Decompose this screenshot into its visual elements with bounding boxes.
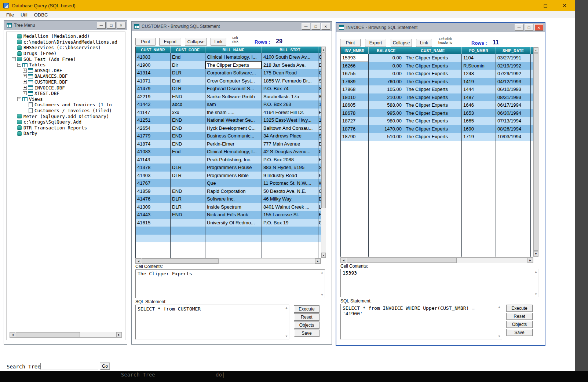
cell-inv-nmbr[interactable]: 16266: [341, 62, 369, 70]
column-header-bill-name[interactable]: BILL_NAME: [205, 47, 262, 53]
cell-cust-code[interactable]: DLR: [171, 172, 205, 180]
objects-button[interactable]: Objects: [294, 322, 319, 329]
go-button[interactable]: Go: [100, 363, 110, 370]
cell-bill-name[interactable]: [205, 227, 262, 235]
cell-ship-date[interactable]: 04/12/1993: [496, 78, 531, 86]
cell-clipped[interactable]: 1: [318, 100, 321, 109]
cell-clipped[interactable]: S: [318, 77, 321, 85]
table-row[interactable]: [136, 227, 321, 235]
maximize-icon[interactable]: [541, 3, 550, 9]
cell-ship-date[interactable]: 06/17/1994: [496, 101, 531, 109]
cell-cust-nmbr[interactable]: 41083: [136, 148, 171, 156]
cell-cust-name[interactable]: The Clipper Experts: [404, 109, 462, 117]
cell-cust-nmbr[interactable]: 41071: [136, 77, 171, 85]
cell-bill-strt[interactable]: 42 S Douglas Avenu...: [262, 148, 318, 156]
tree-item[interactable]: XTEST.DBF: [7, 91, 124, 96]
tree-expander-icon[interactable]: [12, 131, 16, 135]
cell-inv-nmbr[interactable]: 17868: [341, 85, 369, 93]
menu-odbc[interactable]: ODBC: [31, 11, 51, 18]
tree-expander-icon[interactable]: [12, 126, 16, 130]
cell-cust-name[interactable]: The Clipper Experts: [404, 54, 462, 62]
cell-ship-date[interactable]: 06/10/1993: [496, 85, 531, 93]
cell-clipped[interactable]: H: [318, 109, 321, 117]
cell-clipped[interactable]: [531, 101, 533, 109]
cell-bill-name[interactable]: Que: [205, 179, 262, 187]
table-row[interactable]: 18605 588.00 The Clipper Experts 1646 06…: [341, 101, 533, 109]
cell-clipped[interactable]: S: [318, 132, 321, 140]
cell-balance[interactable]: 0.00: [369, 70, 404, 78]
scroll-right-icon[interactable]: [315, 258, 321, 264]
tree-expander-icon[interactable]: [23, 69, 27, 73]
cell-bill-strt[interactable]: [262, 235, 318, 243]
table-row[interactable]: 41314 DLR Corporation Software... 175 De…: [136, 69, 321, 77]
cell-cust-nmbr[interactable]: 41309: [136, 203, 171, 211]
cell-po-nmbr[interactable]: R.Stromin: [462, 62, 496, 70]
maximize-button[interactable]: [311, 23, 320, 30]
cell-cust-nmbr[interactable]: 41314: [136, 69, 171, 77]
tree-expander-icon[interactable]: [23, 86, 27, 90]
scroll-down-icon[interactable]: [498, 335, 501, 338]
column-header-ship-date[interactable]: SHIP_DATE: [496, 47, 531, 54]
cell-balance[interactable]: 0.00: [369, 54, 404, 62]
column-header-cust-name[interactable]: CUST_NAME: [404, 47, 462, 54]
table-row[interactable]: 41143 Peak Publishing, Inc. P.O. Box 208…: [136, 156, 321, 164]
customer-horizontal-scrollbar[interactable]: [135, 258, 321, 264]
cell-bill-strt[interactable]: 1855 W. Fernardo Dr...: [262, 77, 318, 85]
cell-inv-nmbr[interactable]: 16755: [341, 70, 369, 78]
cell-po-nmbr[interactable]: 1690: [462, 125, 496, 133]
cell-clipped[interactable]: [531, 70, 533, 78]
cell-cust-nmbr[interactable]: 41251: [136, 116, 171, 124]
cell-cust-name[interactable]: The Clipper Experts: [404, 70, 462, 78]
table-row[interactable]: 41779 END Business Communic... 34 Andrew…: [136, 132, 321, 140]
tree-expander-icon[interactable]: [12, 40, 16, 44]
sql-statement-box[interactable]: SELECT * from INVOICE WHERE Upper(CUST_N…: [340, 304, 502, 339]
cell-inv-nmbr[interactable]: 17689: [341, 78, 369, 86]
cell-bill-strt[interactable]: 175 Dean Road: [262, 69, 318, 77]
cell-cust-code[interactable]: DLR: [171, 164, 205, 172]
cell-balance[interactable]: 760.00: [369, 78, 404, 86]
table-row[interactable]: 41071 End Crow Computer Syst... 1855 W. …: [136, 77, 321, 85]
cell-bill-name[interactable]: Corporation Software...: [205, 69, 262, 77]
tree-expander-icon[interactable]: [12, 114, 16, 118]
cell-ship-date[interactable]: 02/19/1992: [496, 62, 531, 70]
scroll-up-icon[interactable]: [534, 48, 538, 53]
tree-item[interactable]: Views: [7, 96, 124, 102]
cell-cust-code[interactable]: END: [171, 93, 205, 101]
table-row[interactable]: 18727 980.00 The Clipper Experts 1665 07…: [341, 117, 533, 125]
cell-clipped[interactable]: H: [318, 156, 321, 164]
scroll-down-icon[interactable]: [285, 335, 288, 338]
cell-balance[interactable]: 105.00: [369, 85, 404, 93]
cell-cust-nmbr[interactable]: 41615: [136, 219, 171, 227]
cell-cust-nmbr[interactable]: 41476: [136, 195, 171, 203]
cell-bill-strt[interactable]: 34 Andrews Place: [262, 132, 318, 140]
table-row[interactable]: 41309 DLR Inside Spectrum 8401 Walnut Cr…: [136, 203, 321, 211]
cell-cust-nmbr[interactable]: 41143: [136, 156, 171, 164]
cell-cust-nmbr[interactable]: 41874: [136, 140, 171, 148]
cell-cust-nmbr[interactable]: 41779: [136, 132, 171, 140]
cell-balance[interactable]: 210.00: [369, 93, 404, 102]
scroll-down-icon[interactable]: [534, 293, 537, 296]
cell-clipped[interactable]: C: [318, 69, 321, 77]
invoice-horizontal-scrollbar[interactable]: [340, 257, 533, 263]
cell-clipped[interactable]: S: [318, 85, 321, 93]
scroll-right-icon[interactable]: [116, 332, 122, 337]
cell-clipped[interactable]: E: [318, 195, 321, 203]
cell-cust-code[interactable]: DLR: [171, 203, 205, 211]
cell-cust-code[interactable]: Dlr: [171, 61, 205, 69]
column-header-balance[interactable]: BALANCE: [369, 47, 404, 54]
cell-ship-date[interactable]: 08/31/1993: [496, 93, 531, 102]
table-row[interactable]: 41874 END Perkin-Elmer 777 Main Avenue E: [136, 140, 321, 148]
column-header-bill-strt[interactable]: BILL_STRT: [262, 47, 318, 53]
cell-clipped[interactable]: [318, 235, 321, 243]
table-row[interactable]: 41403 DLR Programmer's Bible 9 Industry …: [136, 172, 321, 180]
close-button[interactable]: [117, 22, 125, 29]
table-row[interactable]: 16266 0.00 The Clipper Experts R.Stromin…: [341, 62, 533, 70]
cell-clipped[interactable]: C: [318, 53, 321, 61]
tree-item[interactable]: Medallion (Medalion.add): [7, 33, 124, 39]
cell-cust-nmbr[interactable]: [136, 235, 171, 243]
table-row[interactable]: 41479 DLR Foghead Discount S... P.O. Box…: [136, 85, 321, 93]
scroll-up-icon[interactable]: [285, 306, 288, 309]
cell-po-nmbr[interactable]: 1665: [462, 117, 496, 125]
cell-cust-nmbr[interactable]: 41083: [136, 53, 171, 61]
cell-bill-name[interactable]: Software Inc.: [205, 195, 262, 203]
